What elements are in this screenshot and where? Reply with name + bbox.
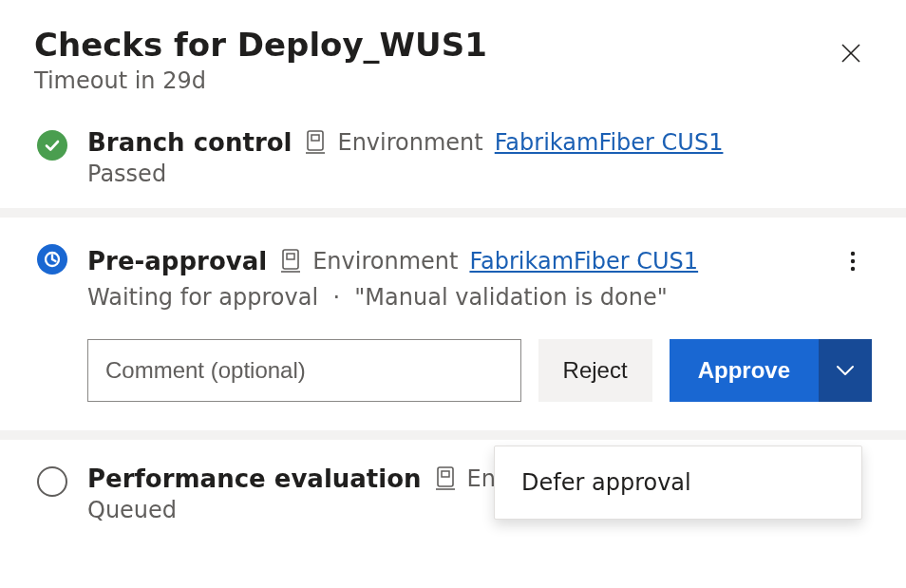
defer-approval-item[interactable]: Defer approval (495, 456, 861, 509)
check-status-text: Waiting for approval (87, 284, 318, 311)
close-icon (840, 43, 861, 64)
page-title: Checks for Deploy_WUS1 (34, 27, 487, 64)
more-actions-button[interactable] (834, 242, 872, 280)
approve-button[interactable]: Approve (670, 339, 819, 402)
environment-icon (280, 249, 301, 274)
status-queued-icon (37, 466, 67, 497)
environment-label: Environment (312, 248, 458, 275)
svg-point-13 (851, 267, 855, 271)
check-status-text: Passed (87, 161, 166, 187)
check-status-text: Queued (87, 497, 177, 523)
svg-point-11 (851, 252, 855, 256)
check-name: Pre-approval (87, 247, 267, 275)
comment-input[interactable] (87, 339, 521, 402)
svg-rect-15 (442, 471, 449, 477)
check-message: "Manual validation is done" (354, 284, 667, 311)
environment-icon (305, 130, 326, 155)
chevron-down-icon (836, 365, 855, 376)
svg-point-12 (851, 259, 855, 263)
check-item: Pre-approval Environment FabrikamFiber C… (0, 218, 906, 430)
separator (0, 430, 906, 440)
close-button[interactable] (830, 32, 872, 74)
status-passed-icon (37, 130, 67, 161)
environment-icon (435, 466, 456, 491)
reject-button[interactable]: Reject (538, 339, 652, 402)
environment-label: Environment (337, 129, 482, 156)
approve-dropdown-button[interactable] (819, 339, 872, 402)
status-waiting-icon (37, 244, 67, 275)
check-item: Branch control Environment FabrikamFiber… (0, 104, 906, 208)
environment-link[interactable]: FabrikamFiber CUS1 (469, 248, 698, 275)
svg-rect-3 (311, 135, 319, 141)
more-vertical-icon (850, 251, 856, 272)
check-name: Branch control (87, 128, 292, 157)
separator (0, 208, 906, 218)
svg-rect-9 (287, 254, 294, 259)
svg-line-7 (52, 259, 56, 261)
timeout-text: Timeout in 29d (34, 67, 487, 94)
environment-link[interactable]: FabrikamFiber CUS1 (495, 129, 724, 156)
approve-dropdown-menu: Defer approval (494, 446, 862, 520)
check-name: Performance evaluation (87, 465, 422, 493)
